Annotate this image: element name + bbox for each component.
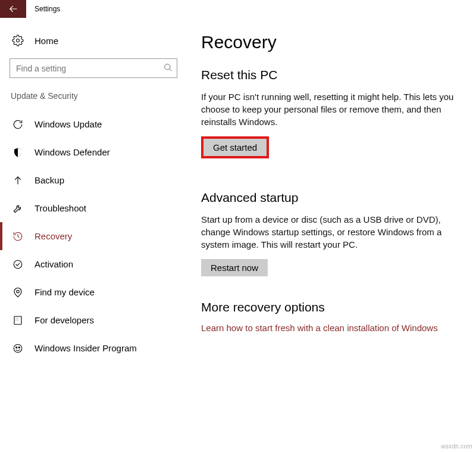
svg-point-13 bbox=[16, 347, 17, 348]
search-input[interactable] bbox=[10, 58, 177, 78]
shield-icon bbox=[12, 147, 24, 158]
upload-icon bbox=[12, 175, 24, 186]
section-heading: Advanced startup bbox=[201, 191, 462, 205]
section-heading: Reset this PC bbox=[201, 68, 462, 82]
main-content: Recovery Reset this PC If your PC isn't … bbox=[184, 18, 476, 452]
sync-icon bbox=[12, 119, 24, 130]
highlight-box: Get started bbox=[201, 136, 269, 158]
svg-rect-7 bbox=[14, 316, 21, 325]
search-container bbox=[10, 58, 177, 78]
section-more-recovery: More recovery options Learn how to start… bbox=[201, 300, 462, 333]
sidebar: Home Update & Security Windows Update Wi… bbox=[0, 18, 184, 452]
category-label: Update & Security bbox=[11, 91, 184, 101]
sidebar-item-recovery[interactable]: Recovery bbox=[0, 222, 184, 250]
svg-point-6 bbox=[17, 290, 20, 293]
history-icon bbox=[12, 231, 24, 242]
sidebar-item-label: Activation bbox=[35, 259, 73, 269]
svg-point-12 bbox=[14, 344, 22, 353]
back-button[interactable] bbox=[0, 0, 26, 18]
sidebar-item-backup[interactable]: Backup bbox=[0, 166, 184, 194]
location-icon bbox=[12, 287, 24, 298]
gear-icon bbox=[12, 35, 24, 46]
sidebar-item-label: Windows Insider Program bbox=[35, 343, 137, 353]
section-description: Start up from a device or disc (such as … bbox=[201, 213, 457, 251]
insider-icon bbox=[12, 343, 24, 354]
svg-point-14 bbox=[18, 347, 20, 348]
sidebar-item-label: Find my device bbox=[35, 287, 95, 297]
svg-point-1 bbox=[17, 39, 20, 42]
title-bar: Settings bbox=[0, 0, 476, 18]
svg-point-5 bbox=[14, 260, 22, 269]
section-advanced-startup: Advanced startup Start up from a device … bbox=[201, 191, 462, 276]
window-title: Settings bbox=[26, 0, 60, 18]
sidebar-item-label: Troubleshoot bbox=[35, 203, 86, 213]
sidebar-item-troubleshoot[interactable]: Troubleshoot bbox=[0, 194, 184, 222]
sidebar-item-find-my-device[interactable]: Find my device bbox=[0, 278, 184, 306]
wrench-icon bbox=[12, 203, 24, 214]
sidebar-item-windows-defender[interactable]: Windows Defender bbox=[0, 138, 184, 166]
fresh-install-link[interactable]: Learn how to start fresh with a clean in… bbox=[201, 323, 462, 333]
section-heading: More recovery options bbox=[201, 300, 462, 314]
section-reset-pc: Reset this PC If your PC isn't running w… bbox=[201, 68, 462, 158]
sidebar-item-label: Windows Defender bbox=[35, 147, 110, 157]
sidebar-item-windows-insider[interactable]: Windows Insider Program bbox=[0, 334, 184, 362]
sidebar-item-label: Recovery bbox=[35, 231, 72, 241]
sidebar-item-label: Windows Update bbox=[35, 119, 102, 129]
watermark: wsxdn.com bbox=[441, 443, 472, 450]
home-button[interactable]: Home bbox=[10, 30, 184, 55]
developer-icon bbox=[12, 315, 24, 326]
page-title: Recovery bbox=[201, 32, 462, 52]
check-circle-icon bbox=[12, 259, 24, 270]
sidebar-item-label: Backup bbox=[35, 175, 64, 185]
sidebar-item-activation[interactable]: Activation bbox=[0, 250, 184, 278]
section-description: If your PC isn't running well, resetting… bbox=[201, 91, 457, 128]
sidebar-item-for-developers[interactable]: For developers bbox=[0, 306, 184, 334]
home-label: Home bbox=[35, 36, 58, 46]
restart-now-button[interactable]: Restart now bbox=[201, 259, 268, 276]
arrow-left-icon bbox=[8, 4, 18, 14]
sidebar-item-label: For developers bbox=[35, 315, 94, 325]
sidebar-item-windows-update[interactable]: Windows Update bbox=[0, 110, 184, 138]
get-started-button[interactable]: Get started bbox=[203, 139, 267, 156]
